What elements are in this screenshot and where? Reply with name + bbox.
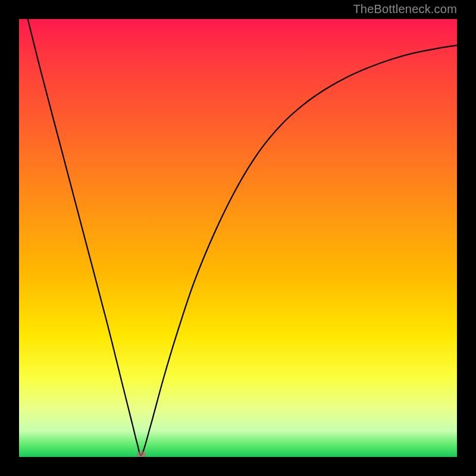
- bottleneck-curve-path: [28, 19, 457, 455]
- chart-marker-dot: [137, 451, 146, 457]
- attribution-text: TheBottleneck.com: [353, 2, 457, 16]
- chart-frame: [19, 19, 457, 457]
- chart-curve-svg: [19, 19, 457, 457]
